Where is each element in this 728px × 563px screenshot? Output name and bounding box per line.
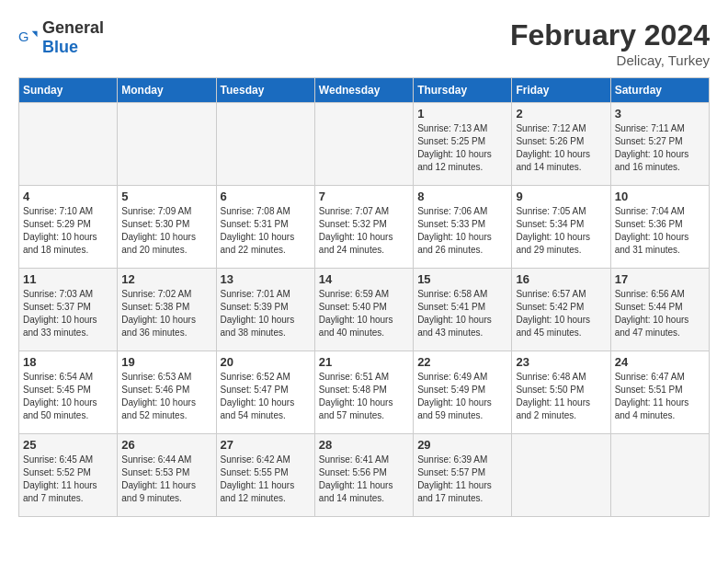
day-info: Sunrise: 6:41 AM Sunset: 5:56 PM Dayligh… [319,454,409,505]
calendar-cell: 1Sunrise: 7:13 AM Sunset: 5:25 PM Daylig… [414,103,512,186]
day-info: Sunrise: 7:08 AM Sunset: 5:31 PM Dayligh… [221,205,311,257]
day-info: Sunrise: 6:45 AM Sunset: 5:52 PM Dayligh… [23,454,113,505]
calendar-week-row: 1Sunrise: 7:13 AM Sunset: 5:25 PM Daylig… [19,103,710,186]
day-number: 6 [221,190,311,203]
day-header-monday: Monday [118,78,216,103]
calendar-cell: 18Sunrise: 6:54 AM Sunset: 5:45 PM Dayli… [19,351,118,434]
svg-marker-1 [32,31,38,38]
calendar-cell: 2Sunrise: 7:12 AM Sunset: 5:26 PM Daylig… [512,103,610,186]
day-info: Sunrise: 7:09 AM Sunset: 5:30 PM Dayligh… [121,205,211,257]
header: G General Blue February 2024 Delicay, Tu… [18,18,710,68]
calendar-cell: 12Sunrise: 7:02 AM Sunset: 5:38 PM Dayli… [118,269,216,351]
day-number: 24 [615,355,705,369]
logo-icon: G [18,28,39,48]
calendar-cell [216,103,314,186]
day-number: 3 [615,107,705,121]
day-number: 27 [221,438,311,452]
day-number: 21 [319,355,409,369]
calendar-cell: 14Sunrise: 6:59 AM Sunset: 5:40 PM Dayli… [314,269,413,351]
calendar-cell: 27Sunrise: 6:42 AM Sunset: 5:55 PM Dayli… [216,434,314,517]
day-number: 16 [516,272,606,286]
day-info: Sunrise: 7:12 AM Sunset: 5:26 PM Dayligh… [516,122,606,174]
calendar-cell: 5Sunrise: 7:09 AM Sunset: 5:30 PM Daylig… [118,186,216,269]
day-info: Sunrise: 7:05 AM Sunset: 5:34 PM Dayligh… [516,205,606,257]
day-info: Sunrise: 6:59 AM Sunset: 5:40 PM Dayligh… [319,288,409,339]
day-info: Sunrise: 6:54 AM Sunset: 5:45 PM Dayligh… [23,371,113,422]
day-info: Sunrise: 7:13 AM Sunset: 5:25 PM Dayligh… [417,122,507,174]
calendar-week-row: 18Sunrise: 6:54 AM Sunset: 5:45 PM Dayli… [19,351,710,434]
calendar-cell: 10Sunrise: 7:04 AM Sunset: 5:36 PM Dayli… [610,186,709,269]
logo: G General Blue [18,18,104,57]
calendar-week-row: 25Sunrise: 6:45 AM Sunset: 5:52 PM Dayli… [19,434,710,517]
day-number: 18 [23,355,113,369]
day-header-friday: Friday [512,78,610,103]
day-number: 5 [121,190,211,203]
logo-text-blue: Blue [42,38,78,56]
calendar-cell: 15Sunrise: 6:58 AM Sunset: 5:41 PM Dayli… [414,269,512,351]
day-number: 23 [516,355,606,369]
calendar-cell: 11Sunrise: 7:03 AM Sunset: 5:37 PM Dayli… [19,269,118,351]
day-info: Sunrise: 6:39 AM Sunset: 5:57 PM Dayligh… [417,454,507,505]
day-number: 7 [319,190,409,203]
calendar-cell [19,103,118,186]
calendar-cell: 23Sunrise: 6:48 AM Sunset: 5:50 PM Dayli… [512,351,610,434]
day-info: Sunrise: 7:01 AM Sunset: 5:39 PM Dayligh… [221,288,311,339]
calendar-table: SundayMondayTuesdayWednesdayThursdayFrid… [18,77,710,517]
day-number: 12 [121,272,211,286]
page-title: February 2024 [510,18,710,52]
day-number: 10 [615,190,705,203]
calendar-cell: 17Sunrise: 6:56 AM Sunset: 5:44 PM Dayli… [610,269,709,351]
calendar-cell: 25Sunrise: 6:45 AM Sunset: 5:52 PM Dayli… [19,434,118,517]
day-info: Sunrise: 7:10 AM Sunset: 5:29 PM Dayligh… [23,205,113,257]
day-info: Sunrise: 6:58 AM Sunset: 5:41 PM Dayligh… [417,288,507,339]
calendar-header-row: SundayMondayTuesdayWednesdayThursdayFrid… [19,78,710,103]
title-area: February 2024 Delicay, Turkey [510,18,710,68]
day-number: 1 [417,107,507,121]
day-number: 11 [23,272,113,286]
calendar-cell: 24Sunrise: 6:47 AM Sunset: 5:51 PM Dayli… [610,351,709,434]
calendar-cell [512,434,610,517]
calendar-cell: 16Sunrise: 6:57 AM Sunset: 5:42 PM Dayli… [512,269,610,351]
day-header-saturday: Saturday [610,78,709,103]
day-number: 9 [516,190,606,203]
day-info: Sunrise: 6:56 AM Sunset: 5:44 PM Dayligh… [615,288,705,339]
day-info: Sunrise: 7:03 AM Sunset: 5:37 PM Dayligh… [23,288,113,339]
day-info: Sunrise: 6:51 AM Sunset: 5:48 PM Dayligh… [319,371,409,422]
calendar-cell: 3Sunrise: 7:11 AM Sunset: 5:27 PM Daylig… [610,103,709,186]
day-number: 19 [121,355,211,369]
day-header-sunday: Sunday [19,78,118,103]
day-info: Sunrise: 6:42 AM Sunset: 5:55 PM Dayligh… [221,454,311,505]
day-info: Sunrise: 6:47 AM Sunset: 5:51 PM Dayligh… [615,371,705,422]
calendar-week-row: 4Sunrise: 7:10 AM Sunset: 5:29 PM Daylig… [19,186,710,269]
day-number: 14 [319,272,409,286]
day-number: 8 [417,190,507,203]
day-number: 15 [417,272,507,286]
day-header-thursday: Thursday [414,78,512,103]
day-info: Sunrise: 6:44 AM Sunset: 5:53 PM Dayligh… [121,454,211,505]
calendar-cell: 19Sunrise: 6:53 AM Sunset: 5:46 PM Dayli… [118,351,216,434]
day-header-tuesday: Tuesday [216,78,314,103]
day-number: 20 [221,355,311,369]
day-info: Sunrise: 6:49 AM Sunset: 5:49 PM Dayligh… [417,371,507,422]
day-number: 17 [615,272,705,286]
day-info: Sunrise: 7:06 AM Sunset: 5:33 PM Dayligh… [417,205,507,257]
day-number: 4 [23,190,113,203]
calendar-cell [118,103,216,186]
calendar-cell: 8Sunrise: 7:06 AM Sunset: 5:33 PM Daylig… [414,186,512,269]
day-info: Sunrise: 7:07 AM Sunset: 5:32 PM Dayligh… [319,205,409,257]
calendar-cell: 28Sunrise: 6:41 AM Sunset: 5:56 PM Dayli… [314,434,413,517]
day-info: Sunrise: 6:52 AM Sunset: 5:47 PM Dayligh… [221,371,311,422]
day-header-wednesday: Wednesday [314,78,413,103]
calendar-cell [314,103,413,186]
day-number: 25 [23,438,113,452]
day-number: 13 [221,272,311,286]
calendar-cell: 4Sunrise: 7:10 AM Sunset: 5:29 PM Daylig… [19,186,118,269]
calendar-cell: 29Sunrise: 6:39 AM Sunset: 5:57 PM Dayli… [414,434,512,517]
day-info: Sunrise: 7:04 AM Sunset: 5:36 PM Dayligh… [615,205,705,257]
day-info: Sunrise: 6:48 AM Sunset: 5:50 PM Dayligh… [516,371,606,422]
calendar-cell: 9Sunrise: 7:05 AM Sunset: 5:34 PM Daylig… [512,186,610,269]
calendar-cell: 21Sunrise: 6:51 AM Sunset: 5:48 PM Dayli… [314,351,413,434]
day-info: Sunrise: 6:57 AM Sunset: 5:42 PM Dayligh… [516,288,606,339]
day-number: 28 [319,438,409,452]
calendar-cell: 13Sunrise: 7:01 AM Sunset: 5:39 PM Dayli… [216,269,314,351]
